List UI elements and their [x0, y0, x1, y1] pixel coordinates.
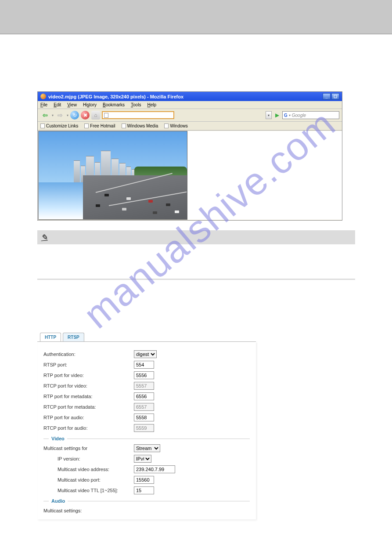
bookmark-windows-media[interactable]: Windows Media [122, 123, 158, 128]
label-authentication: Authentication: [43, 352, 134, 357]
horizontal-rule [0, 34, 392, 34]
label-rtp-port-metadata: RTP port for metadata: [43, 394, 134, 399]
rtp-port-audio-input[interactable] [134, 414, 154, 421]
bookmark-windows[interactable]: Windows [164, 123, 188, 128]
rtsp-port-input[interactable] [134, 361, 154, 369]
audio-section-legend: Audio [43, 498, 250, 504]
go-button[interactable]: ▶ [273, 112, 281, 119]
menu-edit[interactable]: Edit [54, 102, 61, 107]
label-rtp-port-video: RTP port for video: [43, 373, 134, 378]
bookmark-customize-links[interactable]: Customize Links [40, 123, 78, 128]
multicast-video-ttl-input[interactable] [134, 486, 154, 494]
label-rtcp-port-audio: RTCP port for audio: [43, 425, 134, 431]
rtp-port-metadata-input[interactable] [134, 392, 154, 400]
bookmark-free-hotmail[interactable]: Free Hotmail [84, 123, 115, 128]
firefox-icon [40, 94, 46, 99]
menu-file[interactable]: File [40, 102, 47, 107]
forward-button[interactable]: ⇨ [55, 111, 65, 120]
minimize-button[interactable]: _ [323, 93, 331, 100]
ip-version-select[interactable]: IPv6 [134, 455, 151, 463]
multicast-video-address-input[interactable] [134, 465, 175, 473]
authentication-select[interactable]: digest [134, 350, 157, 358]
menu-view[interactable]: View [67, 102, 77, 107]
search-placeholder: Google [292, 113, 306, 118]
multicast-video-port-input[interactable] [134, 476, 154, 484]
menu-tools[interactable]: Tools [131, 102, 141, 107]
label-multicast-settings-for: Multicast settings for [43, 446, 134, 451]
search-box[interactable]: G ▾ Google [282, 111, 339, 119]
browser-window: video2.mjpg (JPEG Image, 320x240 pixels)… [37, 91, 342, 221]
stop-button[interactable]: ✖ [81, 111, 90, 120]
rtp-port-video-input[interactable] [134, 371, 154, 379]
rtcp-port-metadata-input [134, 403, 154, 411]
label-rtcp-port-metadata: RTCP port for metadata: [43, 404, 134, 410]
menu-bookmarks[interactable]: Bookmarks [103, 102, 125, 107]
label-multicast-video-ttl: Multicast video TTL [1~255]: [43, 488, 134, 493]
maximize-button[interactable]: ☐ [331, 93, 339, 100]
home-button[interactable]: ⌂ [91, 111, 100, 120]
label-multicast-video-port: Multicast video port: [43, 477, 134, 482]
label-ip-version: IP version: [43, 456, 134, 461]
tab-rtsp[interactable]: RTSP [63, 333, 84, 341]
label-rtcp-port-video: RTCP port for video: [43, 383, 134, 388]
menu-history[interactable]: History [83, 102, 97, 107]
rtcp-port-audio-input [134, 424, 154, 432]
navigation-toolbar: ⇦ ▾ ⇨ ▾ ↻ ✖ ⌂ ▾ ▶ G ▾ Google [38, 109, 342, 122]
pencil-icon: ✎ [40, 232, 48, 242]
menu-help[interactable]: Help [147, 102, 156, 107]
window-title: video2.mjpg (JPEG Image, 320x240 pixels)… [48, 94, 183, 99]
label-multicast-settings: Multicast settings: [43, 508, 134, 513]
window-titlebar: video2.mjpg (JPEG Image, 320x240 pixels)… [38, 92, 342, 101]
label-multicast-video-address: Multicast video address: [43, 467, 134, 472]
menu-bar: File Edit View History Bookmarks Tools H… [38, 101, 342, 109]
section-divider [37, 279, 355, 280]
video-mjpg-image [38, 131, 187, 220]
address-bar[interactable] [102, 111, 174, 119]
back-button[interactable]: ⇦ [40, 111, 50, 120]
tab-http[interactable]: HTTP [40, 333, 61, 341]
multicast-stream-select[interactable]: Stream 1 [134, 444, 160, 452]
video-section-legend: Video [43, 436, 250, 441]
page-margin-top [0, 0, 392, 34]
label-rtp-port-audio: RTP port for audio: [43, 415, 134, 420]
reload-button[interactable]: ↻ [70, 111, 79, 120]
url-history-dropdown[interactable]: ▾ [266, 111, 272, 119]
rtcp-port-video-input [134, 382, 154, 390]
rtsp-settings-panel: Authentication: digest RTSP port: RTP po… [37, 341, 256, 519]
label-rtsp-port: RTSP port: [43, 362, 134, 367]
bookmarks-toolbar: Customize Links Free Hotmail Windows Med… [38, 122, 342, 131]
page-icon [104, 113, 108, 118]
note-bar: ✎ [37, 230, 355, 244]
